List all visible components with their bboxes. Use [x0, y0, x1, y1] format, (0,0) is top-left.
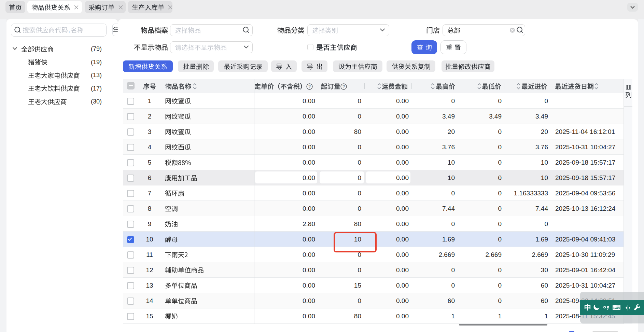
svg-text:?: ?	[308, 84, 311, 89]
svg-text:?: ?	[342, 84, 345, 89]
